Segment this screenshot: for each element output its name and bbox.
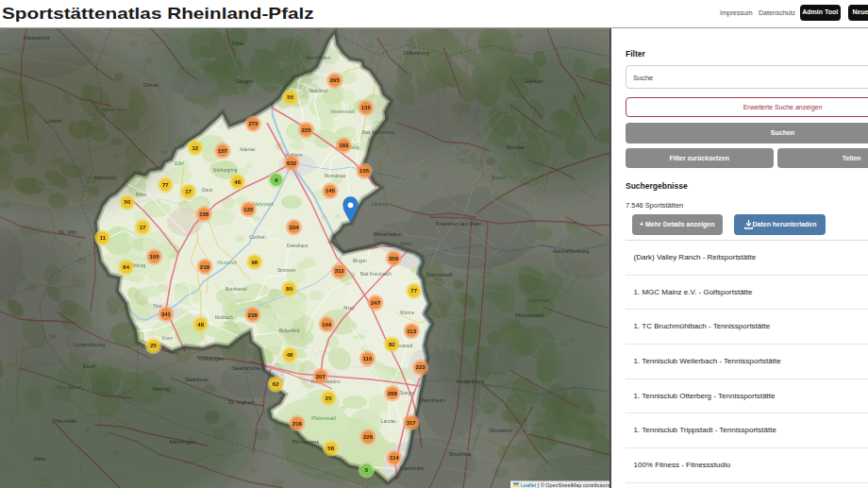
svg-text:317: 317 [407, 420, 417, 426]
svg-text:| © OpenStreetMap contributors: | © OpenStreetMap contributors [538, 482, 609, 488]
svg-text:157: 157 [218, 148, 228, 154]
svg-text:135: 135 [243, 207, 254, 212]
svg-text:158: 158 [199, 211, 209, 217]
svg-text:Naturpark: Naturpark [253, 201, 274, 207]
svg-text:Adenau: Adenau [240, 147, 256, 152]
svg-text:55: 55 [287, 94, 293, 100]
svg-text:Cochem: Cochem [249, 235, 266, 240]
svg-text:48: 48 [197, 322, 204, 328]
svg-text:226: 226 [363, 434, 374, 440]
svg-text:Waldbrol: Waldbrol [309, 89, 327, 93]
svg-text:77: 77 [410, 288, 417, 294]
svg-text:Speyer: Speyer [400, 391, 415, 395]
svg-text:48: 48 [287, 352, 293, 358]
svg-text:Leaflet: Leaflet [521, 482, 537, 488]
svg-text:Landau: Landau [381, 419, 396, 424]
svg-text:216: 216 [292, 421, 303, 427]
svg-text:225: 225 [301, 127, 311, 133]
svg-text:295: 295 [330, 77, 341, 83]
svg-text:Simmern: Simmern [277, 268, 296, 273]
svg-text:11: 11 [100, 235, 107, 241]
svg-text:98: 98 [251, 260, 258, 265]
svg-text:Prüm: Prüm [136, 193, 146, 197]
svg-text:632: 632 [287, 160, 297, 166]
svg-text:48: 48 [234, 179, 241, 185]
svg-text:62: 62 [273, 381, 279, 387]
svg-text:Alzey: Alzey [343, 306, 355, 311]
svg-text:Birkenfeld: Birkenfeld [279, 328, 300, 333]
svg-text:Morbach: Morbach [215, 315, 233, 320]
svg-text:Eifel: Eifel [175, 160, 185, 166]
svg-text:82: 82 [389, 342, 395, 347]
svg-text:17: 17 [185, 189, 192, 194]
svg-text:105: 105 [149, 254, 159, 260]
svg-text:207: 207 [316, 374, 326, 379]
svg-text:64: 64 [123, 264, 129, 270]
svg-text:Pfälzerwald: Pfälzerwald [311, 415, 336, 421]
svg-text:Hunsrück: Hunsrück [217, 260, 238, 265]
svg-text:58: 58 [327, 446, 334, 451]
svg-text:312: 312 [335, 268, 345, 274]
svg-text:25: 25 [150, 343, 157, 348]
svg-text:77: 77 [162, 182, 169, 188]
svg-text:144: 144 [322, 322, 332, 328]
svg-text:145: 145 [326, 188, 336, 194]
svg-text:223: 223 [416, 364, 426, 370]
svg-text:155: 155 [359, 168, 370, 174]
svg-text:Nürburgring: Nürburgring [213, 168, 238, 173]
svg-text:50: 50 [125, 199, 131, 205]
svg-text:Bad Kreuznach: Bad Kreuznach [360, 272, 392, 277]
svg-text:Montabaur: Montabaur [325, 174, 346, 178]
svg-text:Kastellaun: Kastellaun [287, 244, 309, 248]
svg-text:238: 238 [248, 312, 259, 318]
svg-text:Westerwald: Westerwald [330, 109, 355, 114]
svg-text:288: 288 [388, 391, 398, 396]
svg-text:135: 135 [361, 105, 372, 110]
svg-text:Bernkastel: Bernkastel [225, 287, 247, 292]
svg-text:17: 17 [140, 225, 146, 230]
svg-text:Konz: Konz [162, 336, 174, 341]
svg-text:356: 356 [389, 256, 399, 261]
svg-text:25: 25 [326, 395, 332, 401]
svg-text:183: 183 [339, 143, 349, 148]
svg-text:114: 114 [390, 455, 399, 461]
svg-text:113: 113 [407, 328, 416, 334]
svg-text:80: 80 [286, 286, 292, 292]
svg-text:341: 341 [161, 311, 172, 317]
svg-text:Bingen: Bingen [353, 259, 367, 263]
svg-text:218: 218 [200, 264, 210, 270]
svg-text:247: 247 [371, 300, 381, 306]
svg-text:334: 334 [289, 225, 299, 230]
svg-text:Daun: Daun [202, 188, 213, 193]
svg-text:110: 110 [363, 356, 373, 362]
svg-text:Worms: Worms [400, 311, 415, 315]
svg-text:12: 12 [192, 145, 198, 151]
svg-text:273: 273 [248, 121, 259, 126]
